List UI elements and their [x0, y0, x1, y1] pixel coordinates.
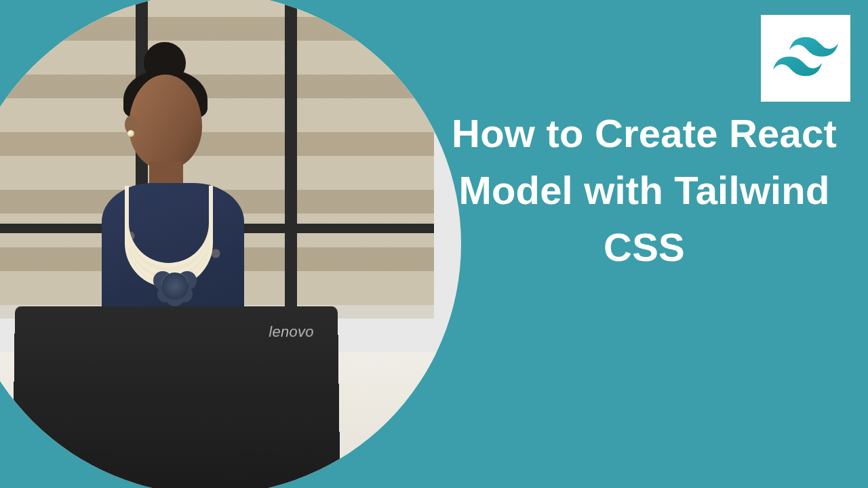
person-figure	[81, 61, 258, 346]
hero-background: lenovo How to Create React Model with Ta…	[0, 0, 868, 488]
photo-content: lenovo	[0, 0, 461, 488]
tailwind-logo-badge	[761, 15, 850, 102]
earring	[127, 130, 134, 137]
laptop-brand-label: lenovo	[269, 323, 313, 341]
laptop: lenovo	[12, 306, 340, 488]
flower-brooch	[161, 272, 189, 300]
tailwind-icon	[773, 37, 838, 80]
necklace	[125, 186, 213, 287]
hero-title: How to Create React Model with Tailwind …	[448, 105, 841, 276]
hero-photo: lenovo	[0, 0, 461, 488]
